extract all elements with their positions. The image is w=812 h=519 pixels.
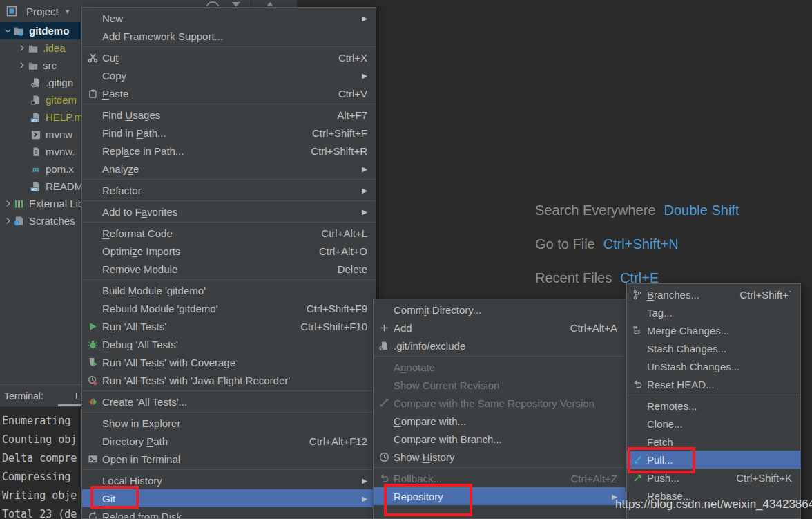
menu-item-show-current-revision: Show Current Revision [374, 376, 626, 394]
submenu-arrow-icon: ▶ [362, 15, 367, 22]
menu-item-icon-placeholder [86, 163, 99, 174]
menu-item-icon-placeholder [86, 145, 99, 156]
menu-item-icon-placeholder [86, 185, 99, 196]
project-panel-title: Project [26, 6, 59, 17]
folder-module-icon [13, 26, 25, 37]
chevron-right-icon[interactable] [3, 217, 13, 225]
menu-item-create-all-tests[interactable]: Create 'All Tests'... [82, 393, 376, 411]
menu-item-show-in-explorer[interactable]: Show in Explorer [82, 414, 376, 432]
menu-item-analyze[interactable]: Analyze▶ [82, 160, 376, 178]
menu-item-label: Debug 'All Tests' [102, 339, 178, 350]
hint-search-everywhere: Search EverywhereDouble Shift [535, 202, 740, 218]
menu-item-icon-placeholder [86, 417, 99, 428]
project-context-menu: New▶Add Framework Support...CutCtrl+XCop… [81, 7, 376, 519]
menu-item-label: .git/info/exclude [394, 340, 465, 352]
menu-item-run-all-tests-with-coverage[interactable]: Run 'All Tests' with Coverage [82, 353, 376, 371]
menu-item-merge-changes[interactable]: Merge Changes... [627, 321, 800, 339]
menu-item-icon-placeholder [86, 12, 99, 23]
submenu-arrow-icon: ▶ [362, 477, 367, 484]
menu-item-icon-placeholder [86, 30, 99, 41]
scratches-icon [13, 216, 25, 227]
menu-item-open-in-terminal[interactable]: Open in Terminal [82, 450, 376, 468]
menu-item-build-module-gitdemo[interactable]: Build Module 'gitdemo' [82, 281, 376, 299]
menu-item-copy[interactable]: Copy▶ [82, 66, 376, 84]
hint-shortcut: Ctrl+Shift+N [603, 236, 679, 252]
menu-item-optimize-imports[interactable]: Optimize ImportsCtrl+Alt+O [82, 242, 376, 260]
menu-item-label: Reset HEAD... [647, 379, 715, 390]
menu-item-remove-module[interactable]: Remove ModuleDelete [82, 260, 376, 278]
chevron-right-icon[interactable] [17, 44, 27, 52]
menu-item-label: Refactor [102, 185, 142, 196]
tree-item-label: .idea [43, 42, 66, 54]
menu-item-label: Show in Explorer [102, 417, 180, 429]
run-icon [86, 321, 99, 332]
gear-icon[interactable] [206, 1, 220, 6]
plus-icon [378, 322, 390, 333]
menu-item-label: Merge Changes... [647, 325, 729, 337]
menu-item-directory-path[interactable]: Directory PathCtrl+Alt+F12 [82, 432, 376, 450]
menu-item-reformat-code[interactable]: Reformat CodeCtrl+Alt+L [82, 224, 376, 242]
chevron-right-icon[interactable] [3, 200, 13, 207]
menu-item-unstash-changes[interactable]: UnStash Changes... [627, 357, 800, 375]
menu-item-label: Copy [102, 70, 126, 82]
menu-item-commit-directory[interactable]: Commit Directory... [374, 301, 626, 319]
menu-separator [374, 356, 625, 357]
menu-item-tag[interactable]: Tag... [627, 303, 800, 321]
menu-item-label: Cut [102, 52, 118, 64]
menu-item-find-in-path[interactable]: Find in Path...Ctrl+Shift+F [82, 124, 376, 142]
menu-item-label: Add Framework Support... [102, 30, 223, 42]
menu-separator [83, 469, 375, 470]
chevron-down-icon[interactable] [3, 27, 13, 35]
menu-item-new[interactable]: New▶ [82, 9, 376, 27]
folder-icon [27, 43, 39, 54]
file-partial-icon [30, 95, 41, 106]
menu-item-show-history[interactable]: Show History [374, 448, 626, 466]
menu-item-refactor[interactable]: Refactor▶ [82, 181, 376, 199]
tree-item-label: .gitign [46, 77, 73, 88]
active-tab-indicator [58, 404, 84, 406]
menu-item-label: Find in Path... [102, 127, 166, 139]
menu-item-compare-with-branch[interactable]: Compare with Branch... [374, 430, 626, 448]
menu-item-run-all-tests[interactable]: Run 'All Tests'Ctrl+Shift+F10 [82, 317, 376, 335]
menu-item-add[interactable]: AddCtrl+Alt+A [374, 319, 626, 337]
menu-item-find-usages[interactable]: Find UsagesAlt+F7 [82, 106, 376, 124]
arrow-up-icon[interactable] [266, 2, 274, 6]
menu-item-git-info-exclude[interactable]: .git/info/exclude [374, 337, 626, 355]
menu-item-icon-placeholder [631, 361, 644, 372]
menu-item-compare-with[interactable]: Compare with... [374, 412, 626, 430]
menu-separator [628, 395, 800, 395]
menu-item-compare-with-the-same-repository-version: Compare with the Same Repository Version [374, 394, 626, 412]
menu-item-reset-head[interactable]: Reset HEAD... [627, 375, 800, 393]
menu-item-debug-all-tests[interactable]: Debug 'All Tests' [82, 335, 376, 353]
chevron-down-icon[interactable]: ▼ [64, 8, 71, 15]
menu-item-icon-placeholder [86, 475, 99, 486]
menu-item-stash-changes[interactable]: Stash Changes... [627, 339, 800, 357]
menu-item-branches[interactable]: Branches...Ctrl+Shift+` [627, 285, 800, 303]
chevron-right-icon[interactable] [17, 62, 27, 69]
project-view-icon [6, 6, 17, 17]
menu-item-label: Reload from Disk [102, 511, 182, 519]
menu-item-icon-placeholder [86, 127, 99, 138]
menu-item-reload-from-disk[interactable]: Reload from Disk [82, 507, 376, 519]
merge-icon [631, 325, 644, 336]
tree-item-label: src [43, 59, 57, 71]
menu-item-paste[interactable]: PasteCtrl+V [82, 84, 376, 102]
menu-item-add-to-favorites[interactable]: Add to Favorites▶ [82, 202, 376, 220]
menu-item-rebuild-module-gitdemo[interactable]: Rebuild Module 'gitdemo'Ctrl+Shift+F9 [82, 299, 376, 317]
hint-label: Search Everywhere [535, 202, 656, 218]
menu-item-remotes[interactable]: Remotes... [627, 397, 800, 415]
menu-item-run-all-tests-with-java-flight-recorder[interactable]: Run 'All Tests' with 'Java Flight Record… [82, 371, 376, 389]
menu-item-label: Local History [102, 475, 162, 487]
menu-item-label: UnStash Changes... [647, 361, 740, 372]
menu-item-add-framework-support[interactable]: Add Framework Support... [82, 27, 376, 45]
submenu-arrow-icon: ▶ [362, 72, 367, 79]
menu-item-cut[interactable]: CutCtrl+X [82, 48, 376, 66]
hint-go-to-file: Go to FileCtrl+Shift+N [535, 236, 679, 252]
tree-item-label: gitdemo [29, 25, 69, 37]
menu-item-clone[interactable]: Clone... [627, 415, 800, 433]
arrow-down-icon[interactable] [232, 2, 240, 6]
menu-item-replace-in-path[interactable]: Replace in Path...Ctrl+Shift+R [82, 142, 376, 160]
menu-item-icon-placeholder [378, 379, 390, 390]
annotation-box-pull [628, 447, 695, 473]
menu-item-label: Commit Directory... [394, 304, 481, 316]
